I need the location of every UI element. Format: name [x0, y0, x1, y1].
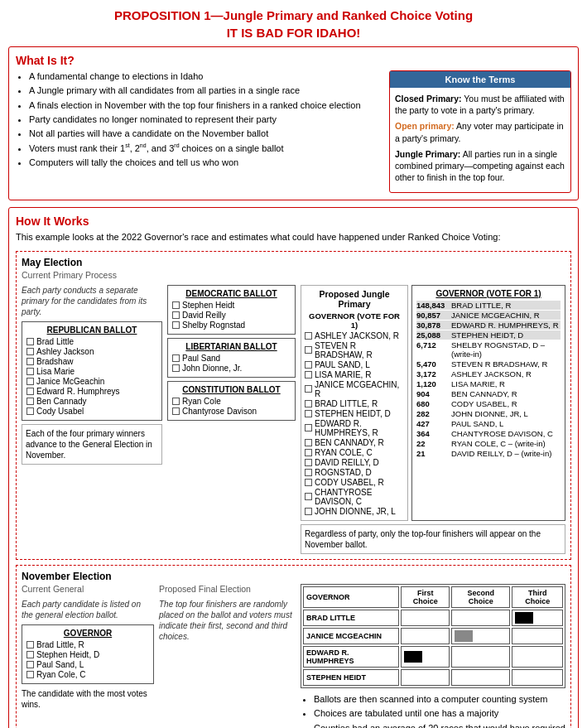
jungle-item-3: LISA MARIE, R: [305, 370, 404, 379]
current-process-subtitle: Current Primary Process: [22, 270, 565, 280]
nov-right-col: GOVERNOR First Choice Second Choice Thir…: [301, 584, 565, 728]
what-is-it-bullets: A fundamental change to elections in Ida…: [16, 70, 381, 193]
proposed-final-title: Proposed Final Election: [159, 584, 296, 594]
jungle-item-10: DAVID REILLY, D: [305, 458, 404, 467]
dem-item-0: Stephen Heidt: [172, 301, 291, 310]
result-row-0: 148,843 BRAD LITTLE, R: [416, 301, 561, 310]
result-row-3: 25,088 STEPHEN HEIDT, D: [416, 330, 561, 340]
general-ballot: GOVERNOR Brad Little, R Stephen Heidt, D…: [22, 624, 154, 684]
page-subtitle: IT IS BAD FOR IDAHO!: [8, 26, 579, 40]
republican-item-7: Cody Usabel: [26, 407, 157, 416]
nov-bullet-1: Choices are tabulated until one has a ma…: [314, 707, 565, 720]
terms-header: Know the Terms: [390, 71, 570, 88]
jungle-item-8: BEN CANNADY, R: [305, 438, 404, 447]
republican-item-0: Brad Little: [26, 337, 157, 346]
may-election-section: May Election Current Primary Process Eac…: [16, 251, 571, 560]
jungle-item-9: RYAN COLE, C: [305, 448, 404, 457]
proposed-jungle-ballot: Proposed Jungle Primary GOVERNOR (VOTE F…: [301, 285, 408, 521]
result-row-4: 6,712 SHELBY ROGNSTAD, D – (write-in): [416, 340, 561, 359]
const-item-1: Chantyrose Davison: [172, 407, 291, 416]
result-row-6: 3,172 ASHLEY JACKSON, R: [416, 369, 561, 378]
terms-box: Know the Terms Closed Primary: You must …: [389, 70, 571, 193]
closed-primary-text: Closed Primary: You must be affiliated w…: [395, 93, 565, 116]
may-italic-desc: Each party conducts a separate primary f…: [22, 285, 162, 317]
result-row-7: 1,120 LISA MARIE, R: [416, 379, 561, 388]
bullet-4: Party candidates no longer nominated to …: [29, 113, 381, 125]
republican-item-4: Janice McGeachin: [26, 377, 157, 386]
result-row-14: 21 DAVID REILLY, D – (write-in): [416, 449, 561, 458]
open-primary-text: Open primary: Any voter may participate …: [395, 120, 565, 143]
jungle-item-2: PAUL SAND, L: [305, 360, 404, 369]
democratic-ballot: DEMOCRATIC BALLOT Stephen Heidt David Re…: [167, 285, 296, 335]
ranked-row-1: JANICE MCGEACHIN: [303, 628, 563, 644]
jungle-item-6: STEPHEN HEIDT, D: [305, 409, 404, 418]
dem-item-2: Shelby Rognstad: [172, 321, 291, 330]
bullet-2: A Jungle primary with all candidates fro…: [29, 84, 381, 96]
ranked-row-2: EDWARD R. HUMPHREYS: [303, 646, 563, 668]
may-right-col: Proposed Jungle Primary GOVERNOR (VOTE F…: [301, 285, 565, 554]
nov-left-col: Current General Each party candidate is …: [22, 584, 154, 728]
november-bullets: Ballots are then scanned into a computer…: [301, 693, 565, 728]
result-row-13: 22 RYAN COLE, C – (write-in): [416, 439, 561, 448]
result-row-11: 427 PAUL SAND, L: [416, 419, 561, 428]
result-row-2: 30,878 EDWARD R. HUMPHREYS, R: [416, 321, 561, 330]
nov-bullet-2: Counties had an average of 20 races that…: [314, 722, 565, 728]
ranked-row-0: BRAD LITTLE: [303, 610, 563, 626]
dem-item-1: David Reilly: [172, 311, 291, 320]
jungle-item-0: ASHLEY JACKSON, R: [305, 331, 404, 340]
proposed-final-desc: The top four finishers are randomly plac…: [159, 599, 296, 642]
how-it-works-header: How It Works: [16, 215, 571, 228]
jungle-primary-text: Jungle Primary: All parties run in a sin…: [395, 148, 565, 184]
republican-item-1: Ashley Jackson: [26, 347, 157, 356]
current-general-title: Current General: [22, 584, 154, 594]
what-is-it-header: What Is It?: [16, 54, 571, 67]
result-row-5: 5,470 STEVEN R BRADSHAW, R: [416, 359, 561, 369]
governor-results: GOVERNOR (VOTE FOR 1) 148,843 BRAD LITTL…: [411, 285, 565, 521]
lib-item-0: Paul Sand: [172, 354, 291, 363]
republican-item-5: Edward R. Humphreys: [26, 387, 157, 396]
what-is-it-section: What Is It? A fundamental change to elec…: [8, 46, 579, 200]
result-row-9: 680 CODY USABEL, R: [416, 399, 561, 408]
jungle-item-13: CHANTYROSE DAVISON, C: [305, 488, 404, 506]
result-row-8: 904 BEN CANNADY, R: [416, 389, 561, 398]
bullet-5: Not all parties will have a candidate on…: [29, 128, 381, 139]
gen-item-3: Ryan Cole, C: [26, 670, 149, 679]
may-election-title: May Election: [22, 257, 565, 268]
bullet-3: A finals election in November with the t…: [29, 99, 381, 111]
gen-item-0: Brad Little, R: [26, 640, 149, 649]
jungle-item-1: STEVEN R BRADSHAW, R: [305, 341, 404, 359]
ranked-choice-table: GOVERNOR First Choice Second Choice Thir…: [301, 584, 565, 688]
how-it-works-section: How It Works This example looks at the 2…: [8, 207, 579, 728]
how-it-works-desc: This example looks at the 2022 Governor'…: [16, 231, 571, 243]
libertarian-ballot: LIBERTARIAN BALLOT Paul Sand John Dionne…: [167, 338, 296, 378]
jungle-item-4: JANICE MCGEACHIN, R: [305, 380, 404, 398]
november-election-title: November Election: [22, 571, 565, 582]
republican-item-3: Lisa Marie: [26, 367, 157, 376]
const-item-0: Ryan Cole: [172, 397, 291, 406]
bullet-6: Voters must rank their 1st, 2nd, and 3rd…: [29, 142, 381, 154]
result-row-12: 364 CHANTYROSE DAVISON, C: [416, 429, 561, 438]
may-middle-col: DEMOCRATIC BALLOT Stephen Heidt David Re…: [167, 285, 296, 554]
bullet-1: A fundamental change to elections in Ida…: [29, 70, 381, 82]
lib-item-1: John Dionne, Jr.: [172, 364, 291, 373]
nov-italic-desc: Each party candidate is listed on the ge…: [22, 599, 154, 620]
ranked-col-third: Third Choice: [512, 586, 563, 608]
jungle-item-11: ROGNSTAD, D: [305, 468, 404, 477]
jungle-item-5: BRAD LITTLE, R: [305, 399, 404, 408]
advance-note: Each of the four primary winners advance…: [22, 424, 162, 465]
republican-item-2: Bradshaw: [26, 357, 157, 366]
most-votes-note: The candidate with the most votes wins.: [22, 688, 154, 710]
november-election-section: November Election Current General Each p…: [16, 565, 571, 728]
gen-item-2: Paul Sand, L: [26, 660, 149, 669]
nov-bullet-0: Ballots are then scanned into a computer…: [314, 693, 565, 706]
may-left-col: Each party conducts a separate primary f…: [22, 285, 162, 554]
ranked-row-3: STEPHEN HEIDT: [303, 669, 563, 686]
republican-ballot: REPUBLICAN BALLOT Brad Little Ashley Jac…: [22, 321, 162, 421]
ranked-col-governor: GOVERNOR: [303, 586, 399, 608]
ranked-col-first: First Choice: [401, 586, 450, 608]
result-row-1: 90,857 JANICE MCGEACHIN, R: [416, 311, 561, 320]
constitution-ballot: CONSTITUTION BALLOT Ryan Cole Chantyrose…: [167, 381, 296, 421]
bullet-7: Computers will tally the choices and tel…: [29, 157, 381, 168]
jungle-item-12: CODY USABEL, R: [305, 478, 404, 487]
page-title: PROPOSITION 1—Jungle Primary and Ranked …: [8, 8, 579, 22]
